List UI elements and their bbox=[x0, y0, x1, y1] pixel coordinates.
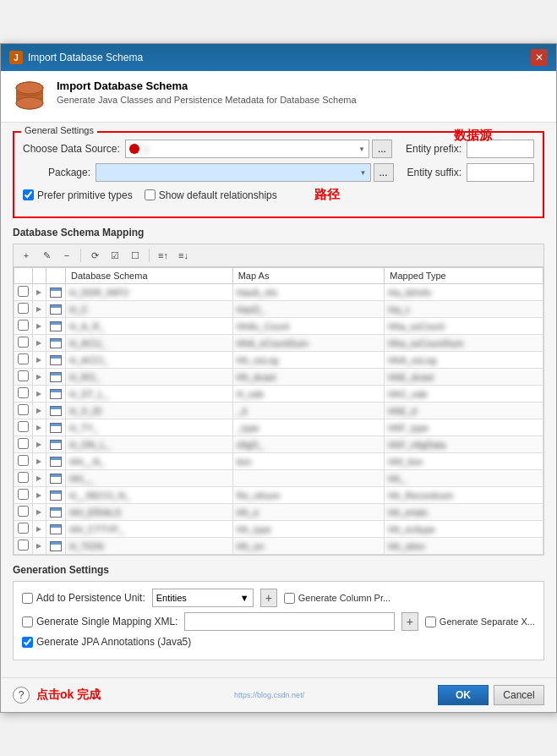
datasource-label: Choose Data Source: bbox=[23, 143, 120, 155]
table-row: ▶H_TY__typeHhF_type bbox=[14, 419, 543, 436]
gen-single-add-button[interactable]: + bbox=[401, 612, 418, 631]
row-checkbox[interactable] bbox=[18, 455, 29, 466]
row-icon-cell bbox=[46, 335, 66, 352]
row-check-cell[interactable] bbox=[14, 504, 33, 521]
show-default-checkbox[interactable] bbox=[145, 189, 156, 200]
row-check-cell[interactable] bbox=[14, 436, 33, 453]
persistence-combo-value: Entities bbox=[156, 593, 187, 603]
show-default-item: Show default relationships bbox=[145, 189, 277, 201]
gen-column-checkbox[interactable] bbox=[284, 593, 295, 604]
persistence-add-button[interactable]: + bbox=[260, 589, 277, 607]
row-mappedtype-cell: HhF_nfigData bbox=[385, 436, 543, 453]
row-icon-cell bbox=[46, 504, 66, 521]
row-icon-cell bbox=[46, 301, 66, 318]
row-checkbox[interactable] bbox=[18, 438, 29, 449]
add-persistence-item: Add to Persistence Unit: bbox=[22, 592, 145, 604]
row-mapas-cell: Hh_e bbox=[232, 504, 385, 521]
row-mappedtype-cell: Hh_Recordnum bbox=[385, 487, 543, 504]
row-mapas-cell: _type bbox=[232, 419, 385, 436]
datasource-value: p bbox=[143, 144, 355, 154]
row-mappedtype-cell: HhC_ode bbox=[385, 386, 543, 403]
row-checkbox[interactable] bbox=[18, 489, 29, 500]
add-persistence-checkbox[interactable] bbox=[22, 593, 33, 604]
datasource-browse-button[interactable]: ... bbox=[372, 140, 392, 158]
row-check-cell[interactable] bbox=[14, 453, 33, 470]
uncheck-all-button[interactable]: ☐ bbox=[126, 247, 145, 264]
row-icon-cell bbox=[46, 318, 66, 335]
table-icon bbox=[50, 524, 62, 534]
close-button[interactable]: ✕ bbox=[531, 49, 548, 66]
row-check-cell[interactable] bbox=[14, 555, 33, 556]
persistence-combo[interactable]: Entities ▼ bbox=[152, 589, 254, 607]
row-checkbox[interactable] bbox=[18, 286, 29, 297]
row-checkbox[interactable] bbox=[18, 523, 29, 534]
table-icon bbox=[50, 474, 62, 484]
row-check-cell[interactable] bbox=[14, 538, 33, 555]
row-checkbox[interactable] bbox=[18, 337, 29, 348]
datasource-combo[interactable]: p ▼ bbox=[125, 140, 369, 158]
check-all-button[interactable]: ☑ bbox=[106, 247, 124, 264]
row-check-cell[interactable] bbox=[14, 335, 33, 352]
row-check-cell[interactable] bbox=[14, 369, 33, 386]
row-mapas-cell: tion bbox=[232, 453, 385, 470]
refresh-button[interactable]: ⟳ bbox=[85, 247, 104, 264]
move-down-button[interactable]: ≡↓ bbox=[174, 247, 193, 264]
edit-mapping-button[interactable]: ✎ bbox=[37, 247, 56, 264]
row-schema-cell: HH_CTTYP_ bbox=[66, 521, 233, 538]
table-row: ▶H_RO_Hh_dcastHhE_dcast bbox=[14, 369, 543, 386]
row-checkbox[interactable] bbox=[18, 472, 29, 483]
col-schema-header: Database Schema bbox=[66, 268, 233, 284]
row-mappedtype-cell: Hha_ssCount bbox=[385, 318, 543, 335]
row-check-cell[interactable] bbox=[14, 284, 33, 301]
row-checkbox[interactable] bbox=[18, 353, 29, 364]
gen-jpa-checkbox[interactable] bbox=[22, 637, 33, 648]
toolbar-sep-2 bbox=[149, 249, 150, 262]
row-check-cell[interactable] bbox=[14, 301, 33, 318]
package-browse-button[interactable]: ... bbox=[374, 163, 394, 182]
gen-single-input[interactable] bbox=[184, 612, 394, 631]
row-mapas-cell: Hh_ssLog bbox=[232, 352, 385, 369]
row-checkbox[interactable] bbox=[18, 387, 29, 398]
table-row: ▶H__RECO_N_Re_rdnumHh_Recordnum bbox=[14, 487, 543, 504]
ok-button[interactable]: OK bbox=[438, 685, 489, 705]
help-button[interactable]: ? bbox=[13, 687, 30, 704]
row-checkbox[interactable] bbox=[18, 320, 29, 331]
row-mappedtype-cell: Ha_c bbox=[385, 301, 543, 318]
col-mapas-header: Map As bbox=[232, 268, 385, 284]
cancel-button[interactable]: Cancel bbox=[494, 685, 544, 705]
row-check-cell[interactable] bbox=[14, 352, 33, 369]
gen-settings-title: Generation Settings bbox=[13, 564, 544, 576]
remove-mapping-button[interactable]: − bbox=[57, 247, 76, 264]
row-checkbox[interactable] bbox=[18, 303, 29, 314]
row-check-cell[interactable] bbox=[14, 419, 33, 436]
gen-single-checkbox[interactable] bbox=[22, 616, 33, 627]
table-icon bbox=[50, 321, 62, 331]
row-checkbox[interactable] bbox=[18, 540, 29, 551]
row-icon-cell bbox=[46, 419, 66, 436]
move-up-button[interactable]: ≡↑ bbox=[154, 247, 172, 264]
package-combo[interactable]: ▼ bbox=[96, 163, 370, 182]
table-row: ▶H_TIONHh_onHh_stion bbox=[14, 538, 543, 555]
add-persistence-label: Add to Persistence Unit: bbox=[36, 592, 145, 604]
row-mapas-cell: _d bbox=[232, 403, 385, 419]
add-mapping-button[interactable]: + bbox=[17, 247, 35, 264]
row-check-cell[interactable] bbox=[14, 470, 33, 487]
row-checkbox[interactable] bbox=[18, 421, 29, 432]
row-icon-cell bbox=[46, 521, 66, 538]
prefer-primitive-checkbox[interactable] bbox=[23, 189, 34, 200]
gen-separate-checkbox[interactable] bbox=[425, 616, 436, 627]
datasource-red-dot bbox=[129, 144, 139, 154]
row-checkbox[interactable] bbox=[18, 404, 29, 415]
row-arrow-cell: ▶ bbox=[33, 335, 46, 352]
row-check-cell[interactable] bbox=[14, 403, 33, 419]
row-check-cell[interactable] bbox=[14, 487, 33, 504]
mapping-table-wrapper[interactable]: Database Schema Map As Mapped Type ▶H_DD… bbox=[14, 267, 543, 555]
row-check-cell[interactable] bbox=[14, 318, 33, 335]
row-check-cell[interactable] bbox=[14, 386, 33, 403]
entity-suffix-input[interactable] bbox=[467, 163, 534, 182]
row-arrow-cell: ▶ bbox=[33, 386, 46, 403]
row-schema-cell: H_DDR_INFO bbox=[66, 284, 233, 301]
row-check-cell[interactable] bbox=[14, 521, 33, 538]
row-checkbox[interactable] bbox=[18, 370, 29, 381]
row-checkbox[interactable] bbox=[18, 506, 29, 517]
